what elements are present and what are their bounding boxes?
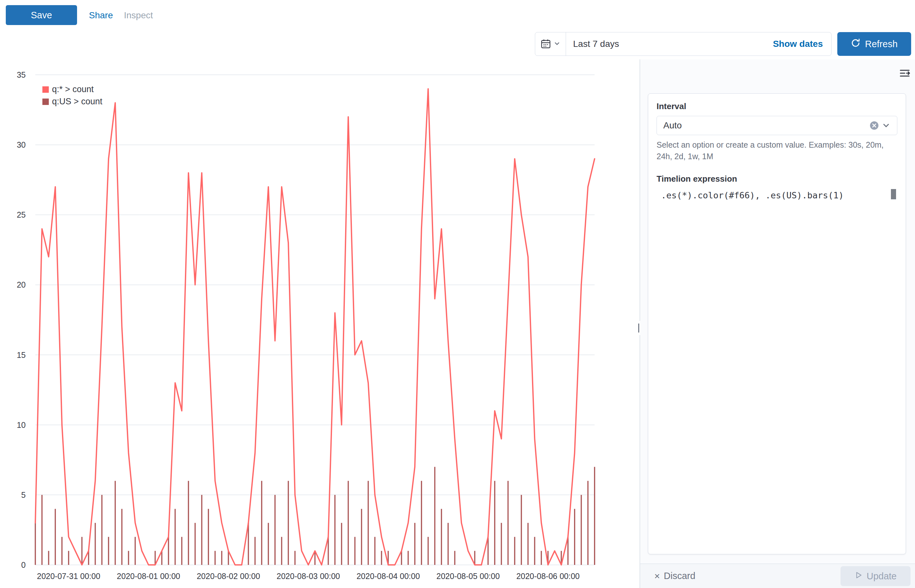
svg-text:5: 5 [21, 490, 26, 499]
timelion-chart-area: 051015202530352020-07-31 00:002020-08-01… [0, 60, 640, 588]
date-range-value[interactable]: Last 7 days [566, 39, 773, 49]
svg-text:2020-08-02 00:00: 2020-08-02 00:00 [197, 572, 260, 581]
chevron-down-icon[interactable] [880, 120, 892, 131]
expression-label: Timelion expression [656, 174, 897, 184]
svg-text:2020-08-06 00:00: 2020-08-06 00:00 [516, 572, 579, 581]
legend-item[interactable]: q:* > count [42, 84, 102, 94]
svg-text:35: 35 [17, 70, 26, 79]
svg-text:2020-08-04 00:00: 2020-08-04 00:00 [356, 572, 420, 581]
legend-label: q:* > count [52, 84, 94, 94]
refresh-button[interactable]: Refresh [837, 32, 911, 56]
svg-text:25: 25 [17, 210, 26, 219]
expression-editor-card: Interval Auto Select an option or create… [648, 94, 906, 554]
svg-text:30: 30 [17, 140, 26, 149]
svg-text:15: 15 [17, 351, 26, 359]
svg-text:2020-08-03 00:00: 2020-08-03 00:00 [277, 572, 340, 581]
show-dates-button[interactable]: Show dates [773, 39, 831, 49]
discard-label: Discard [664, 571, 695, 581]
editor-footer: × Discard Update [640, 564, 915, 588]
interval-label: Interval [656, 102, 897, 111]
interval-value: Auto [663, 120, 868, 131]
timelion-expression-editor[interactable]: .es(*).color(#f66), .es(US).bars(1) [656, 188, 897, 535]
play-icon [854, 571, 863, 582]
svg-text:2020-07-31 00:00: 2020-07-31 00:00 [37, 572, 100, 581]
svg-text:2020-08-05 00:00: 2020-08-05 00:00 [436, 572, 500, 581]
clear-icon[interactable] [868, 120, 880, 132]
timelion-chart[interactable]: 051015202530352020-07-31 00:002020-08-01… [0, 63, 610, 588]
expression-input[interactable]: .es(*).color(#f66), .es(US).bars(1) [656, 188, 897, 200]
refresh-icon [851, 38, 860, 50]
legend-swatch [42, 86, 49, 93]
svg-text:0: 0 [21, 561, 26, 569]
editor-scrollbar[interactable] [891, 189, 896, 199]
legend-label: q:US > count [52, 97, 102, 107]
chart-legend: q:* > countq:US > count [42, 84, 102, 109]
legend-item[interactable]: q:US > count [42, 97, 102, 107]
refresh-label: Refresh [865, 39, 898, 49]
svg-text:2020-08-01 00:00: 2020-08-01 00:00 [117, 572, 180, 581]
legend-swatch [42, 99, 49, 105]
inspect-button[interactable]: Inspect [124, 10, 153, 21]
interval-select[interactable]: Auto [656, 116, 897, 135]
calendar-icon [541, 39, 551, 50]
save-button[interactable]: Save [6, 5, 77, 25]
date-range-control: Last 7 days Show dates [535, 32, 831, 56]
update-label: Update [867, 571, 897, 582]
close-icon: × [654, 571, 660, 581]
update-button[interactable]: Update [841, 566, 910, 586]
svg-text:10: 10 [17, 420, 26, 430]
chevron-down-icon [553, 40, 561, 48]
collapse-panel-icon[interactable] [898, 67, 911, 80]
timelion-editor-panel: Interval Auto Select an option or create… [640, 60, 915, 564]
date-picker-button[interactable] [535, 32, 566, 55]
svg-text:20: 20 [17, 280, 26, 289]
interval-help-text: Select an option or create a custom valu… [656, 139, 897, 162]
share-button[interactable]: Share [89, 10, 113, 21]
discard-button[interactable]: × Discard [654, 571, 695, 581]
